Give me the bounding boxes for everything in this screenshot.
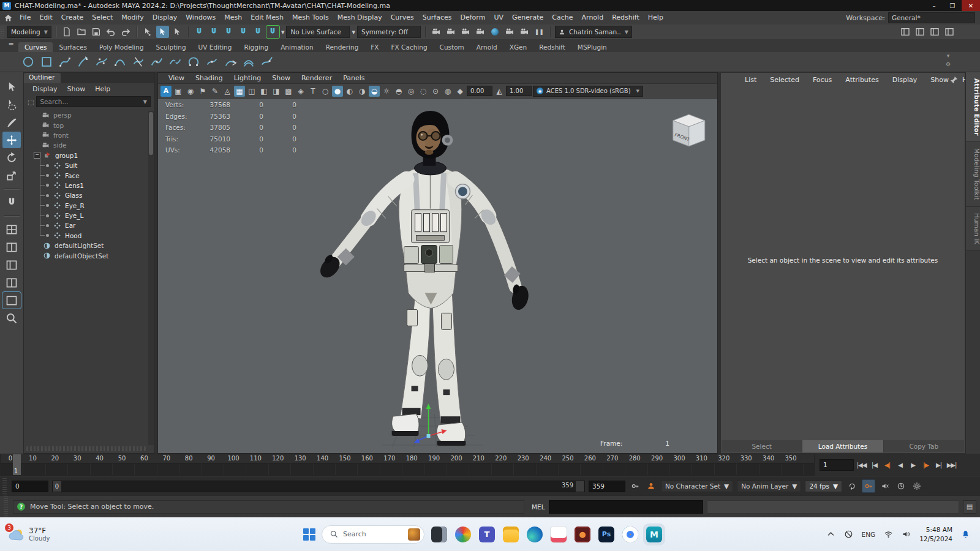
range-start-handle[interactable]: 0 [53, 481, 61, 492]
shelf-scroll-up-icon[interactable]: ▾ [947, 53, 950, 59]
taskbar-app-file-explorer[interactable] [502, 525, 520, 544]
snap-grid-icon[interactable] [193, 26, 206, 38]
undo-icon[interactable] [105, 26, 118, 38]
auto-keyframe-toggle[interactable] [862, 479, 875, 493]
render-view-icon[interactable] [430, 26, 443, 38]
taskbar-app-chrome[interactable] [621, 525, 639, 544]
menu-deform[interactable]: Deform [456, 11, 489, 24]
scale-tool[interactable] [2, 167, 21, 184]
outliner-item-face[interactable]: Face [24, 170, 154, 180]
animation-end-field[interactable]: 359 [589, 481, 625, 492]
pause-icon[interactable]: ❚❚ [533, 26, 546, 38]
shelf-tab-arnold[interactable]: Arnold [470, 42, 503, 52]
shelf-tab-rendering[interactable]: Rendering [320, 42, 365, 52]
resolution-gate-icon[interactable]: ◧ [258, 86, 270, 97]
shaded-mode-icon[interactable]: ● [332, 86, 343, 97]
shelf-tab-poly-modeling[interactable]: Poly Modeling [93, 42, 150, 52]
filter-icon[interactable]: ⬚ [28, 98, 34, 106]
expand-toggle-icon[interactable]: − [34, 152, 40, 159]
cut-curve-icon[interactable] [130, 54, 146, 70]
snap-curve-icon[interactable] [208, 26, 221, 38]
outliner-item-ear[interactable]: Ear [24, 220, 154, 230]
taskbar-app-task-view[interactable] [430, 525, 448, 544]
offset-curve-icon[interactable] [240, 54, 257, 70]
menu-modify[interactable]: Modify [117, 11, 148, 24]
shelf-tab-rigging[interactable]: Rigging [238, 42, 274, 52]
step-forward-key-button[interactable]: ▶| [932, 459, 945, 471]
viewport-menu-show[interactable]: Show [266, 74, 296, 82]
menu-curves[interactable]: Curves [386, 11, 418, 24]
anim-layer-selector[interactable]: No Anim Layer▼ [737, 481, 801, 492]
camera-attributes-icon[interactable]: ◉ [185, 86, 196, 97]
menu-mesh-tools[interactable]: Mesh Tools [288, 11, 333, 24]
extend-curve-icon[interactable] [222, 54, 238, 70]
shelf-tab-surfaces[interactable]: Surfaces [53, 42, 92, 52]
paint-select-tool[interactable] [2, 114, 21, 130]
shelf-tab-msplugin[interactable]: MSPlugin [571, 42, 613, 52]
rotate-tool[interactable] [2, 149, 21, 166]
select-component-icon[interactable] [171, 26, 184, 38]
attr-menu-attributes[interactable]: Attributes [839, 76, 885, 84]
snap-view-plane-icon[interactable] [252, 26, 265, 38]
attribute-editor-toggle-icon[interactable] [928, 26, 941, 38]
move-tool[interactable] [2, 132, 21, 148]
snap-projected-center-icon[interactable] [237, 26, 250, 38]
set-key-icon[interactable] [629, 480, 641, 492]
xray-icon[interactable]: ⊙ [430, 86, 441, 97]
gamma-field[interactable]: 1.00 [506, 86, 532, 96]
outliner-menu-display[interactable]: Display [28, 85, 62, 93]
universal-manipulator-tool[interactable] [2, 194, 21, 211]
ep-curve-icon[interactable] [56, 54, 73, 70]
live-surface-field[interactable]: No Live Surface [286, 26, 350, 38]
exposure-icon[interactable]: ◆ [454, 86, 466, 97]
grease-pencil-icon[interactable]: ✎ [209, 86, 221, 97]
gate-mask-icon[interactable]: ◨ [271, 86, 282, 97]
go-to-start-button[interactable]: |◀◀ [855, 459, 868, 471]
four-view-layout[interactable] [2, 221, 21, 238]
menu-windows[interactable]: Windows [181, 11, 220, 24]
open-close-curve-icon[interactable] [185, 54, 202, 70]
default-light-icon[interactable]: ☼ [381, 86, 392, 97]
shelf-tab-uv-editing[interactable]: UV Editing [192, 42, 238, 52]
taskbar-app-browser[interactable] [454, 525, 472, 544]
workspace-field[interactable]: General* [888, 12, 975, 23]
viewport-menu-view[interactable]: View [163, 74, 190, 82]
make-live-icon[interactable] [266, 26, 279, 38]
hidden-icons-chevron[interactable] [826, 530, 835, 539]
do-not-disturb-icon[interactable] [844, 530, 853, 539]
notification-bell-icon[interactable] [961, 530, 970, 539]
outliner-item-top[interactable]: top [24, 120, 154, 130]
taskbar-app-red-app[interactable]: ● [573, 525, 592, 544]
viewport-menu-panels[interactable]: Panels [337, 74, 370, 82]
ipr-render-icon[interactable] [459, 26, 472, 38]
menu-help[interactable]: Help [644, 11, 668, 24]
timeline-ruler[interactable]: 0102030405060708090100110120130140150160… [0, 454, 815, 476]
safe-action-icon[interactable]: ◈ [295, 86, 306, 97]
outliner-search-input[interactable]: Search... ▼ [36, 96, 151, 107]
gamma-icon[interactable]: ◭ [494, 86, 505, 97]
outliner-item-front[interactable]: front [24, 130, 154, 140]
character-set-selector[interactable]: No Character Set▼ [661, 481, 733, 492]
menu-edit-mesh[interactable]: Edit Mesh [246, 11, 288, 24]
insert-knot-icon[interactable] [203, 54, 220, 70]
copy-tab-button[interactable]: Copy Tab [884, 440, 964, 452]
character-controls-toggle-icon[interactable] [913, 26, 926, 38]
outliner-item-lens1[interactable]: Lens1 [24, 181, 154, 190]
wireframe-mode-icon[interactable]: ○ [320, 86, 331, 97]
taskbar-app-photoshop[interactable]: Ps [597, 525, 616, 544]
range-slider[interactable]: 0 359 [52, 481, 585, 492]
step-back-frame-button[interactable]: ◀| [881, 459, 894, 471]
attr-menu-display[interactable]: Display [886, 76, 924, 84]
outliner-item-defaultlightset[interactable]: defaultLightSet [24, 241, 154, 250]
outliner-persp-layout[interactable] [2, 274, 21, 291]
shelf-tab-sculpting[interactable]: Sculpting [150, 42, 192, 52]
outliner-menu-help[interactable]: Help [90, 85, 115, 93]
shelf-tab-curves[interactable]: Curves [18, 42, 53, 52]
current-time-marker[interactable]: 1 [13, 454, 21, 475]
shelf-tab-fx-caching[interactable]: FX Caching [385, 42, 434, 52]
arc-three-point-icon[interactable] [111, 54, 128, 70]
menu-display[interactable]: Display [148, 11, 182, 24]
grid-toggle-icon[interactable]: ▦ [234, 86, 245, 97]
viewport-menu-shading[interactable]: Shading [190, 74, 228, 82]
rebuild-curve-icon[interactable] [258, 54, 275, 70]
